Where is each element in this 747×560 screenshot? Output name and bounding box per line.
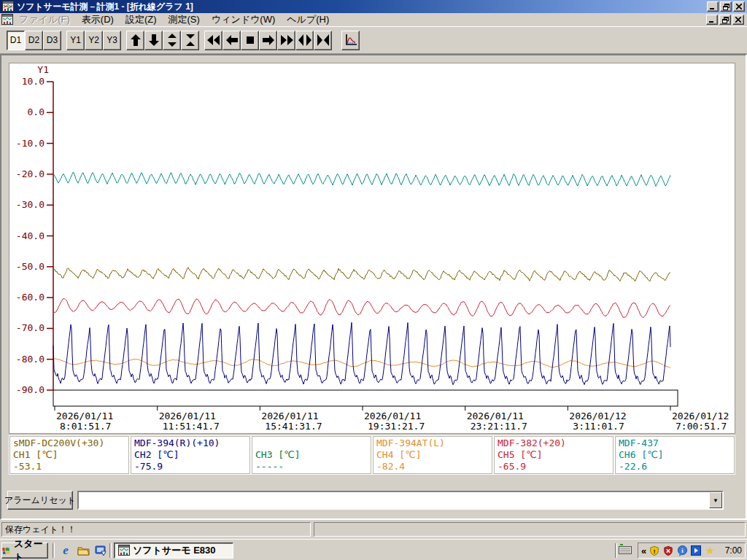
fast-rewind-button[interactable] xyxy=(204,31,222,50)
app-icon xyxy=(118,545,130,556)
svg-text:-90.0: -90.0 xyxy=(16,384,44,395)
svg-text:-60.0: -60.0 xyxy=(16,292,44,303)
ch5-label: MDF-382(+20) xyxy=(498,438,610,449)
quicklaunch-desktop-icon[interactable] xyxy=(93,543,108,558)
double-left-icon xyxy=(206,33,221,47)
channel-legend: sMDF-DC200V(+30) CH1 [℃] -53.1 MDF-394(R… xyxy=(9,435,735,475)
ch4-label: MDF-394AT(L) xyxy=(376,438,489,449)
chevron-down-icon: ▼ xyxy=(713,497,719,504)
status-panel-secondary xyxy=(314,522,746,537)
star-icon[interactable]: ★ xyxy=(704,545,716,556)
svg-text:-30.0: -30.0 xyxy=(16,199,44,210)
menu-file: ファイル(F) xyxy=(13,12,76,27)
line-chart[interactable]: Y110.00.0-10.0-20.0-30.0-40.0-50.0-60.0-… xyxy=(9,63,735,434)
ch1-channel: CH1 [℃] xyxy=(13,449,125,461)
line-chart-svg: Y110.00.0-10.0-20.0-30.0-40.0-50.0-60.0-… xyxy=(9,63,735,433)
document-area: Y110.00.0-10.0-20.0-30.0-40.0-50.0-60.0-… xyxy=(0,54,747,520)
window-title: ソフトサーモ計測－計測1 - [折れ線グラフ 1] xyxy=(17,1,193,13)
fast-forward-button[interactable] xyxy=(277,31,295,50)
restore-button[interactable] xyxy=(720,1,732,12)
svg-text:19:31:21.7: 19:31:21.7 xyxy=(368,421,425,432)
child-minimize-button[interactable] xyxy=(706,15,718,25)
taskbar-divider xyxy=(53,543,55,558)
svg-text:Y1: Y1 xyxy=(37,64,49,75)
scroll-left-button[interactable] xyxy=(222,31,241,50)
security-alert-icon[interactable] xyxy=(662,545,674,556)
taskbar-clock[interactable]: 7:00 xyxy=(725,545,742,556)
scroll-right-button[interactable] xyxy=(259,31,277,50)
expand-vertical-icon xyxy=(165,33,179,47)
menu-help[interactable]: ヘルプ(H) xyxy=(281,12,335,27)
expand-horizontal-icon xyxy=(298,33,312,47)
arrow-left-icon xyxy=(225,33,239,47)
scroll-down-button[interactable] xyxy=(144,31,163,50)
start-button[interactable]: スタート xyxy=(1,542,48,559)
svg-text:3:11:01.7: 3:11:01.7 xyxy=(573,421,624,432)
expand-vertical-button[interactable] xyxy=(163,31,181,50)
legend-cell-ch3: CH3 [℃] ----- xyxy=(252,436,371,474)
info-balloon-icon[interactable]: i xyxy=(676,545,688,556)
task-button-softthermo[interactable]: ソフトサーモ E830 xyxy=(114,542,233,559)
compress-vertical-button[interactable] xyxy=(181,31,199,50)
stop-button[interactable] xyxy=(241,31,259,50)
security-warning-icon[interactable]: ! xyxy=(649,545,660,556)
alarm-combobox[interactable]: ▼ xyxy=(77,491,724,510)
arrow-down-icon xyxy=(147,33,161,47)
svg-text:23:21:11.7: 23:21:11.7 xyxy=(471,421,527,432)
ch5-channel: CH5 [℃] xyxy=(498,449,610,461)
ime-keyboard-icon[interactable] xyxy=(619,544,632,557)
close-button[interactable] xyxy=(733,1,745,12)
svg-text:-80.0: -80.0 xyxy=(16,354,44,365)
task-button-label: ソフトサーモ E830 xyxy=(133,544,216,557)
start-label: スタート xyxy=(14,537,47,560)
ch4-channel: CH4 [℃] xyxy=(376,449,489,461)
svg-text:!: ! xyxy=(654,548,656,554)
toolbar-d1-button[interactable]: D1 xyxy=(7,31,25,50)
quicklaunch-folder-icon[interactable] xyxy=(76,543,90,558)
svg-text:-70.0: -70.0 xyxy=(16,322,44,333)
minimize-button[interactable] xyxy=(707,1,719,12)
quicklaunch-ie-icon[interactable]: e xyxy=(58,543,73,558)
svg-text:2026/01/11: 2026/01/11 xyxy=(159,411,216,421)
ch3-value: ----- xyxy=(255,461,368,472)
legend-cell-ch2: MDF-394(R)(+10) CH2 [℃] -75.9 xyxy=(131,436,250,474)
ch6-label: MDF-437 xyxy=(619,438,731,449)
menu-window[interactable]: ウィンドウ(W) xyxy=(206,12,281,27)
combobox-dropdown-button[interactable]: ▼ xyxy=(709,492,722,508)
expand-horizontal-button[interactable] xyxy=(295,31,314,50)
legend-cell-ch6: MDF-437 CH6 [℃] -22.6 xyxy=(615,436,735,474)
svg-text:2026/01/11: 2026/01/11 xyxy=(364,411,421,421)
child-window-icon[interactable] xyxy=(1,14,13,26)
svg-text:-10.0: -10.0 xyxy=(16,138,44,149)
svg-text:2026/01/11: 2026/01/11 xyxy=(56,411,113,421)
compress-horizontal-button[interactable] xyxy=(314,31,332,50)
tray-collapse-icon[interactable]: « xyxy=(641,545,646,556)
alarm-reset-button[interactable]: アラームリセット xyxy=(7,491,73,510)
svg-text:11:51:41.7: 11:51:41.7 xyxy=(163,421,220,432)
menu-settings[interactable]: 設定(Z) xyxy=(120,12,163,27)
toolbar-y1-button[interactable]: Y1 xyxy=(66,31,85,50)
ch2-channel: CH2 [℃] xyxy=(134,449,247,461)
toolbar-d3-button[interactable]: D3 xyxy=(43,31,61,50)
toolbar-y2-button[interactable]: Y2 xyxy=(85,31,103,50)
arrow-up-icon xyxy=(128,33,143,47)
toolbar-d2-button[interactable]: D2 xyxy=(25,31,43,50)
status-bar: 保存ウェイト！！ xyxy=(0,520,747,539)
menu-measure[interactable]: 測定(S) xyxy=(162,12,205,27)
ch6-channel: CH6 [℃] xyxy=(619,449,731,461)
media-play-icon[interactable] xyxy=(690,545,702,556)
menu-bar: ファイル(F) 表示(D) 設定(Z) 測定(S) ウィンドウ(W) ヘルプ(H… xyxy=(0,13,747,27)
svg-text:0.0: 0.0 xyxy=(28,106,44,117)
child-close-button[interactable] xyxy=(732,15,744,25)
toolbar-y3-button[interactable]: Y3 xyxy=(103,31,121,50)
ch4-value: -82.4 xyxy=(376,461,489,472)
child-restore-button[interactable] xyxy=(719,15,731,25)
ch1-value: -53.1 xyxy=(13,461,125,472)
menu-view[interactable]: 表示(D) xyxy=(76,12,120,27)
title-bar: ソフトサーモ計測－計測1 - [折れ線グラフ 1] xyxy=(0,0,747,13)
ch2-value: -75.9 xyxy=(134,461,247,472)
svg-text:-50.0: -50.0 xyxy=(16,261,44,272)
double-right-icon xyxy=(279,33,294,47)
scroll-up-button[interactable] xyxy=(126,31,144,50)
graph-view-button[interactable] xyxy=(341,31,360,50)
